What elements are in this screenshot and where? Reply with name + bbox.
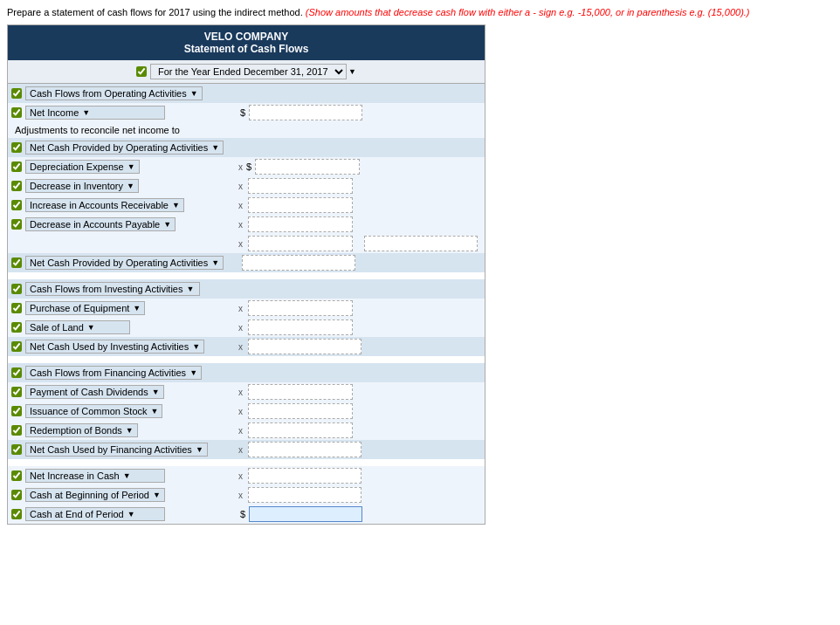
equipment-input[interactable] [248,300,353,316]
investing-header-dropdown[interactable]: Cash Flows from Investing Activities ▼ [25,282,200,296]
cash-end-row: Cash at End of Period ▼ $ [8,505,485,524]
common-stock-label: Issuance of Common Stock [30,406,148,416]
dividends-checkbox[interactable] [11,387,22,397]
ap-input[interactable] [248,216,353,232]
net-cash-fin-dropdown[interactable]: Net Cash Used by Financing Activities ▼ [25,443,208,457]
net-income-input[interactable] [249,105,362,120]
inventory-row: Decrease in Inventory ▼ x [8,176,485,196]
equipment-x: x [238,304,243,313]
inventory-dropdown[interactable]: Decrease in Inventory ▼ [25,179,139,193]
net-increase-row: Net Increase in Cash ▼ x [8,466,485,485]
spacer-1 [8,272,485,279]
cash-end-checkbox[interactable] [11,509,22,519]
common-stock-x: x [238,407,243,416]
net-cash-inv-checkbox[interactable] [11,341,22,352]
equipment-checkbox[interactable] [11,303,22,313]
operating-total-input[interactable] [364,236,478,251]
ap-x: x [238,220,243,230]
financing-checkbox[interactable] [11,367,22,378]
common-stock-dropdown[interactable]: Issuance of Common Stock ▼ [25,404,162,418]
dividends-input[interactable] [248,384,353,400]
ar-dropdown[interactable]: Increase in Accounts Receivable ▼ [25,198,184,212]
company-name: VELO COMPANY [11,31,481,43]
year-select[interactable]: For the Year Ended December 31, 2017 [150,64,347,79]
dividends-x: x [238,388,243,397]
net-income-checkbox[interactable] [11,107,22,118]
net-increase-checkbox[interactable] [11,470,22,481]
operating-header-label: Cash Flows from Operating Activities [30,88,187,99]
main-container: VELO COMPANY Statement of Cash Flows For… [7,24,485,525]
financing-header-dropdown[interactable]: Cash Flows from Financing Activities ▼ [25,366,202,380]
year-checkbox[interactable] [136,66,147,77]
operating-header-row: Cash Flows from Operating Activities ▼ [8,84,485,103]
investing-header-row: Cash Flows from Investing Activities ▼ [8,279,485,299]
ap-dropdown[interactable]: Decrease in Accounts Payable ▼ [25,217,176,231]
net-cash-op-total-input[interactable] [242,255,355,271]
net-cash-op-total-dropdown[interactable]: Net Cash Provided by Operating Activitie… [25,256,224,270]
cash-end-dropdown[interactable]: Cash at End of Period ▼ [25,507,165,521]
year-row: For the Year Ended December 31, 2017 ▼ [8,60,485,84]
financing-total-x: x [238,445,243,455]
spacer-2 [8,356,485,363]
net-cash-inv-input[interactable] [248,339,361,354]
net-increase-dropdown[interactable]: Net Increase in Cash ▼ [25,469,165,483]
net-cash-inv-dropdown[interactable]: Net Cash Used by Investing Activities ▼ [25,340,204,354]
dividends-dropdown[interactable]: Payment of Cash Dividends ▼ [25,385,164,399]
land-input[interactable] [248,319,353,335]
bonds-dropdown[interactable]: Redemption of Bonds ▼ [25,423,138,437]
operating-subtotal-x: x [238,239,243,249]
bonds-checkbox[interactable] [11,425,22,436]
net-cash-op-total-checkbox[interactable] [11,258,22,268]
investing-total-x: x [238,342,243,352]
ap-checkbox[interactable] [11,219,22,230]
warning-text: (Show amounts that decrease cash flow wi… [306,7,750,17]
operating-subtotal-input[interactable] [248,236,353,251]
net-increase-input[interactable] [248,468,361,484]
accounts-payable-row: Decrease in Accounts Payable ▼ x [8,215,485,234]
cash-beginning-dropdown[interactable]: Cash at Beginning of Period ▼ [25,488,165,502]
ar-x: x [238,201,243,210]
operating-header-dropdown[interactable]: Cash Flows from Operating Activities ▼ [25,86,203,100]
depreciation-label: Depreciation Expense [30,161,124,172]
spacer-3 [8,459,485,466]
cash-beginning-checkbox[interactable] [11,490,22,500]
bonds-x: x [238,426,243,436]
accounts-receivable-row: Increase in Accounts Receivable ▼ x [8,196,485,215]
common-stock-row: Issuance of Common Stock ▼ x [8,402,485,421]
adjustments-text: Adjustments to reconcile net income to [8,122,485,138]
operating-checkbox[interactable] [11,88,22,99]
net-cash-operating-dropdown[interactable]: Net Cash Provided by Operating Activitie… [25,141,224,155]
net-income-dropdown[interactable]: Net Income ▼ [25,106,165,120]
net-cash-operating-row: Net Cash Provided by Operating Activitie… [8,138,485,157]
depreciation-dropdown[interactable]: Depreciation Expense ▼ [25,160,140,174]
operating-subtotal-row: x [8,234,485,253]
net-cash-fin-input[interactable] [248,442,361,457]
depreciation-x: x [238,162,243,172]
depreciation-checkbox[interactable] [11,161,22,172]
ar-input[interactable] [248,197,353,213]
ap-label: Decrease in Accounts Payable [30,219,160,230]
cash-end-dollar: $ [240,509,245,519]
financing-header-row: Cash Flows from Financing Activities ▼ [8,363,485,382]
net-income-label: Net Income [30,107,79,118]
common-stock-input[interactable] [248,403,353,419]
net-cash-operating-checkbox[interactable] [11,142,22,153]
equipment-row: Purchase of Equipment ▼ x [8,299,485,318]
operating-section: Cash Flows from Operating Activities ▼ N… [8,84,485,272]
land-dropdown[interactable]: Sale of Land ▼ [25,320,130,334]
investing-checkbox[interactable] [11,284,22,294]
land-checkbox[interactable] [11,322,22,333]
cash-end-input[interactable] [249,506,362,522]
common-stock-checkbox[interactable] [11,406,22,416]
cash-beginning-input[interactable] [248,487,361,503]
net-cash-inv-label: Net Cash Used by Investing Activities [30,341,189,352]
ar-checkbox[interactable] [11,200,22,210]
bonds-input[interactable] [248,422,353,438]
inventory-checkbox[interactable] [11,181,22,191]
inventory-input[interactable] [248,178,353,194]
depreciation-input[interactable] [255,159,360,175]
equipment-dropdown[interactable]: Purchase of Equipment ▼ [25,301,145,315]
net-cash-operating-total-row: Net Cash Provided by Operating Activitie… [8,253,485,272]
net-cash-fin-checkbox[interactable] [11,444,22,455]
instruction-text: Prepare a statement of cash flows for 20… [7,7,833,17]
